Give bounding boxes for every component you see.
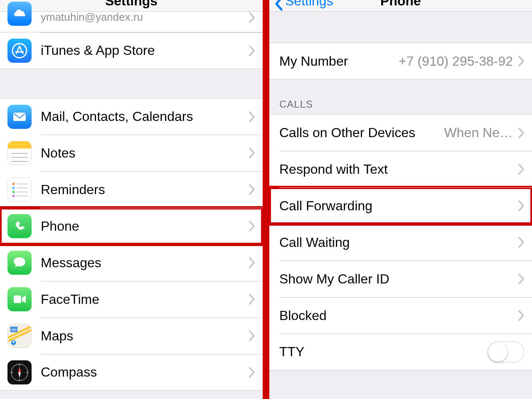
chevron-right-icon [249,12,255,23]
row-label: Show My Caller ID [279,271,518,287]
settings-main-pane: Settings ymatuhin@yandex.ru iT [0,0,263,399]
row-my-number[interactable]: My Number +7 (910) 295-38-92 [269,43,532,79]
row-account[interactable]: ymatuhin@yandex.ru [0,12,263,32]
nav-title-settings: Settings [105,0,158,9]
back-label: Settings [285,0,333,9]
messages-icon [7,251,32,275]
row-phone[interactable]: Phone [0,208,263,244]
row-label: Reminders [41,182,249,197]
svg-text:280: 280 [11,328,17,332]
row-label: Blocked [279,308,518,323]
svg-point-6 [12,183,15,185]
cloud-icon [7,2,32,26]
row-label: TTY [279,344,487,360]
row-detail: When Ne… [444,125,513,140]
chevron-right-icon [249,147,255,159]
chevron-right-icon [518,127,525,139]
back-button[interactable]: Settings [274,0,333,9]
reminders-icon [7,177,32,202]
red-divider [263,0,269,399]
mail-icon [7,105,32,129]
row-label: iTunes & App Store [41,43,249,58]
row-label: FaceTime [41,292,249,307]
chevron-right-icon [249,220,255,232]
row-show-caller-id[interactable]: Show My Caller ID [269,261,532,297]
compass-icon [7,360,32,384]
my-number-value: +7 (910) 295-38-92 [399,54,513,69]
row-respond-with-text[interactable]: Respond with Text [269,151,532,187]
chevron-right-icon [249,330,255,342]
chevron-right-icon [249,257,255,268]
row-calls-other-devices[interactable]: Calls on Other Devices When Ne… [269,114,532,151]
navbar-right: Settings Phone [269,0,532,12]
row-label: Calls on Other Devices [279,125,444,140]
tty-toggle[interactable] [487,341,525,363]
svg-point-10 [12,191,15,193]
row-label: Messages [41,255,249,271]
facetime-icon [7,287,32,311]
svg-rect-1 [13,113,26,121]
row-label: Call Forwarding [279,198,518,214]
notes-icon [7,141,32,165]
row-tty[interactable]: TTY [269,334,532,370]
chevron-right-icon [249,367,255,378]
chevron-right-icon [249,111,255,123]
phone-settings-pane: Settings Phone My Number +7 (910) 295-38… [269,0,532,399]
svg-point-8 [12,187,15,189]
chevron-right-icon [518,163,525,175]
navbar-left: Settings [0,0,263,12]
row-facetime[interactable]: FaceTime [0,281,263,318]
chevron-right-icon [518,200,525,212]
row-call-forwarding[interactable]: Call Forwarding [269,187,532,224]
chevron-right-icon [518,310,525,321]
row-itunes-app-store[interactable]: iTunes & App Store [0,32,263,69]
chevron-right-icon [249,293,255,305]
svg-rect-14 [14,296,21,303]
row-compass[interactable]: Compass [0,354,263,391]
row-label: Maps [41,328,249,344]
row-maps[interactable]: 280 Maps [0,318,263,354]
maps-icon: 280 [7,324,32,348]
row-messages[interactable]: Messages [0,244,263,281]
nav-title-phone: Phone [380,0,421,9]
svg-point-12 [12,195,15,197]
row-label: Notes [41,145,249,161]
row-label: Mail, Contacts, Calendars [41,109,249,124]
row-notes[interactable]: Notes [0,135,263,171]
my-number-label: My Number [279,54,399,69]
chevron-right-icon [249,45,255,57]
chevron-right-icon [518,55,525,67]
chevron-right-icon [518,236,525,248]
chevron-right-icon [249,184,255,195]
phone-icon [7,214,32,238]
row-mail-contacts-calendars[interactable]: Mail, Contacts, Calendars [0,98,263,135]
app-store-icon [7,39,32,63]
chevron-right-icon [518,273,525,285]
svg-rect-2 [8,141,31,148]
row-blocked[interactable]: Blocked [269,297,532,334]
row-reminders[interactable]: Reminders [0,171,263,208]
account-email: ymatuhin@yandex.ru [41,11,249,24]
row-label: Call Waiting [279,235,518,250]
section-header-calls: CALLS [269,79,532,114]
chevron-left-icon [274,0,283,6]
row-call-waiting[interactable]: Call Waiting [269,224,532,261]
row-label: Respond with Text [279,162,518,177]
row-label: Compass [41,365,249,380]
toggle-knob [488,342,507,362]
row-label: Phone [41,219,249,234]
